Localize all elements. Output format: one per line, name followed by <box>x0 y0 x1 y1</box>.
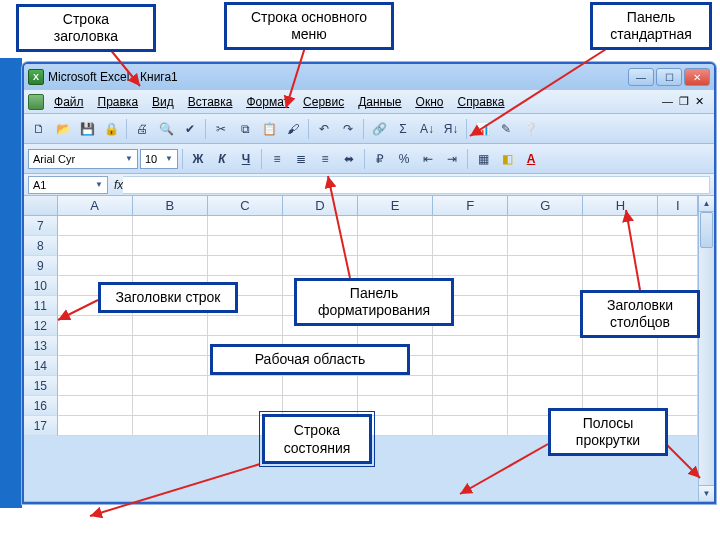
row-head[interactable]: 17 <box>24 416 58 436</box>
sheet-tab-1[interactable]: Лист1 <box>96 502 152 504</box>
row-head[interactable]: 9 <box>24 256 58 276</box>
paste-icon[interactable]: 📋 <box>258 118 280 140</box>
cell[interactable] <box>583 356 658 376</box>
font-name-select[interactable]: Arial Cyr ▼ <box>28 149 138 169</box>
format-painter-icon[interactable]: 🖌 <box>282 118 304 140</box>
save-icon[interactable]: 💾 <box>76 118 98 140</box>
menu-file[interactable]: Файл <box>48 93 90 111</box>
cell[interactable] <box>133 236 208 256</box>
cell[interactable] <box>133 336 208 356</box>
cell[interactable] <box>658 356 698 376</box>
cell[interactable] <box>283 256 358 276</box>
cell[interactable] <box>133 416 208 436</box>
scroll-track[interactable] <box>277 502 698 504</box>
cell[interactable] <box>133 316 208 336</box>
decrease-indent-icon[interactable]: ⇤ <box>417 148 439 170</box>
menu-window[interactable]: Окно <box>410 93 450 111</box>
cell[interactable] <box>658 336 698 356</box>
cell[interactable] <box>433 256 508 276</box>
maximize-button[interactable]: ☐ <box>656 68 682 86</box>
align-left-icon[interactable]: ≡ <box>266 148 288 170</box>
cell[interactable] <box>58 396 133 416</box>
cell[interactable] <box>133 376 208 396</box>
currency-icon[interactable]: ₽ <box>369 148 391 170</box>
menu-data[interactable]: Данные <box>352 93 407 111</box>
spell-icon[interactable]: ✔ <box>179 118 201 140</box>
scroll-thumb[interactable] <box>700 212 713 248</box>
vertical-scrollbar[interactable]: ▲ ▼ <box>698 196 714 501</box>
child-close-button[interactable]: ✕ <box>695 95 704 108</box>
fx-icon[interactable]: fx <box>114 178 123 192</box>
autosum-icon[interactable]: Σ <box>392 118 414 140</box>
col-head-f[interactable]: F <box>433 196 508 215</box>
cell[interactable] <box>58 316 133 336</box>
cell[interactable] <box>133 216 208 236</box>
underline-button[interactable]: Ч <box>235 148 257 170</box>
cell[interactable] <box>508 316 583 336</box>
row-head[interactable]: 7 <box>24 216 58 236</box>
tab-prev-icon[interactable]: ◀ <box>42 502 60 504</box>
child-restore-button[interactable]: ❐ <box>679 95 689 108</box>
permission-icon[interactable]: 🔒 <box>100 118 122 140</box>
undo-icon[interactable]: ↶ <box>313 118 335 140</box>
cell[interactable] <box>658 236 698 256</box>
cell[interactable] <box>433 396 508 416</box>
close-button[interactable]: ✕ <box>684 68 710 86</box>
row-head[interactable]: 14 <box>24 356 58 376</box>
cell[interactable] <box>658 376 698 396</box>
cell[interactable] <box>433 216 508 236</box>
cell[interactable] <box>433 336 508 356</box>
cell[interactable] <box>283 216 358 236</box>
row-head[interactable]: 16 <box>24 396 58 416</box>
col-head-i[interactable]: I <box>658 196 698 215</box>
font-size-select[interactable]: 10 ▼ <box>140 149 178 169</box>
cell[interactable] <box>58 356 133 376</box>
cell[interactable] <box>433 416 508 436</box>
cell[interactable] <box>358 236 433 256</box>
cell[interactable] <box>208 256 283 276</box>
row-head[interactable]: 11 <box>24 296 58 316</box>
cell[interactable] <box>133 396 208 416</box>
cell[interactable] <box>58 236 133 256</box>
cell[interactable] <box>583 256 658 276</box>
cell[interactable] <box>658 216 698 236</box>
sort-desc-icon[interactable]: Я↓ <box>440 118 462 140</box>
bold-button[interactable]: Ж <box>187 148 209 170</box>
cell[interactable] <box>508 356 583 376</box>
cell[interactable] <box>58 216 133 236</box>
preview-icon[interactable]: 🔍 <box>155 118 177 140</box>
redo-icon[interactable]: ↷ <box>337 118 359 140</box>
menu-insert[interactable]: Вставка <box>182 93 239 111</box>
fill-color-icon[interactable]: ◧ <box>496 148 518 170</box>
cell[interactable] <box>58 416 133 436</box>
cell[interactable] <box>358 256 433 276</box>
row-head[interactable]: 8 <box>24 236 58 256</box>
borders-icon[interactable]: ▦ <box>472 148 494 170</box>
menu-tools[interactable]: Сервис <box>297 93 350 111</box>
cell[interactable] <box>208 316 283 336</box>
scroll-right-icon[interactable]: ▶ <box>698 502 714 504</box>
drawing-icon[interactable]: ✎ <box>495 118 517 140</box>
cell[interactable] <box>358 396 433 416</box>
cell[interactable] <box>358 376 433 396</box>
cell[interactable] <box>508 276 583 296</box>
cell[interactable] <box>208 376 283 396</box>
cell[interactable] <box>58 376 133 396</box>
cell[interactable] <box>508 296 583 316</box>
merge-center-icon[interactable]: ⬌ <box>338 148 360 170</box>
cell[interactable] <box>208 396 283 416</box>
cell[interactable] <box>133 256 208 276</box>
row-head[interactable]: 15 <box>24 376 58 396</box>
cell[interactable] <box>583 216 658 236</box>
cell[interactable] <box>58 336 133 356</box>
cell[interactable] <box>583 336 658 356</box>
hyperlink-icon[interactable]: 🔗 <box>368 118 390 140</box>
name-box[interactable]: A1 ▼ <box>28 176 108 194</box>
cut-icon[interactable]: ✂ <box>210 118 232 140</box>
print-icon[interactable]: 🖨 <box>131 118 153 140</box>
tab-next-icon[interactable]: ▶ <box>60 502 78 504</box>
cell[interactable] <box>433 236 508 256</box>
row-head[interactable]: 12 <box>24 316 58 336</box>
cell[interactable] <box>283 376 358 396</box>
col-head-e[interactable]: E <box>358 196 433 215</box>
